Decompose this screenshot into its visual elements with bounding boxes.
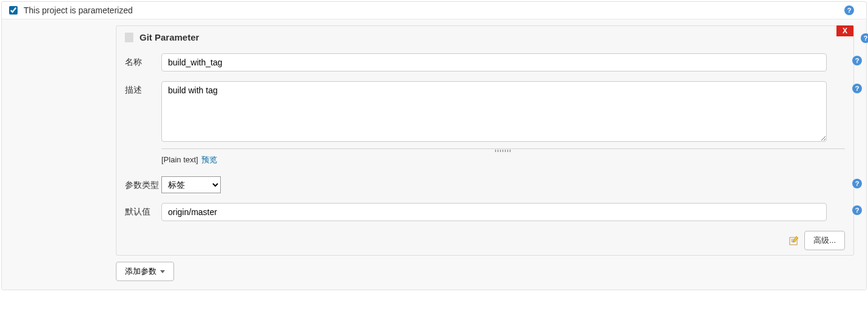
default-value-row: 默认值 ?	[116, 198, 853, 226]
param-type-row: 参数类型 标签 ?	[116, 171, 853, 198]
help-icon[interactable]: ?	[852, 179, 862, 188]
description-textarea[interactable]: build with tag	[161, 81, 827, 142]
add-parameter-row: 添加参数	[116, 256, 854, 282]
parameterized-checkbox-row: This project is parameterized ?	[2, 2, 866, 19]
add-parameter-button[interactable]: 添加参数	[116, 262, 174, 281]
param-type-select[interactable]: 标签	[161, 176, 221, 193]
format-label: [Plain text]	[161, 155, 198, 164]
advanced-row: 高级...	[116, 226, 853, 255]
name-input[interactable]	[161, 53, 827, 71]
git-parameter-panel: X ? Git Parameter 名称 ? 描述 build with tag	[116, 25, 854, 256]
notepad-icon[interactable]	[789, 235, 799, 246]
help-icon[interactable]: ?	[861, 33, 868, 43]
name-label: 名称	[125, 53, 161, 68]
help-icon[interactable]: ?	[852, 56, 862, 65]
param-type-label: 参数类型	[125, 176, 161, 191]
parameterized-label: This project is parameterized	[24, 5, 133, 15]
default-value-label: 默认值	[125, 203, 161, 217]
chevron-down-icon	[160, 270, 165, 273]
preview-link[interactable]: 预览	[201, 155, 217, 164]
help-icon[interactable]: ?	[852, 205, 862, 215]
default-value-input[interactable]	[161, 203, 827, 221]
parameters-body: X ? Git Parameter 名称 ? 描述 build with tag	[2, 19, 866, 290]
help-icon[interactable]: ?	[844, 5, 854, 15]
drag-handle-icon[interactable]	[125, 33, 133, 42]
panel-header: Git Parameter	[116, 26, 853, 48]
description-label: 描述	[125, 81, 161, 96]
panel-title: Git Parameter	[140, 32, 199, 42]
help-icon[interactable]: ?	[852, 84, 862, 93]
description-row: 描述 build with tag ?	[116, 76, 853, 148]
advanced-button[interactable]: 高级...	[804, 231, 845, 250]
parameterized-checkbox[interactable]	[9, 6, 18, 15]
name-row: 名称 ?	[116, 48, 853, 76]
preview-row: [Plain text] 预览	[116, 152, 853, 171]
